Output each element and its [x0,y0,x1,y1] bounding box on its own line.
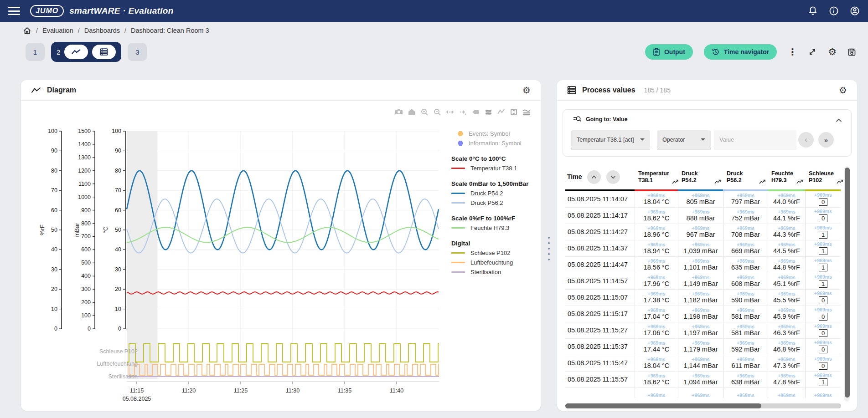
process-values-count: 185 / 185 [644,87,671,94]
value-cell: +969ms [723,388,768,398]
ms-offset-label: +969ms [692,357,710,362]
value-cell: +969ms17.44 °C [635,339,678,355]
table-row[interactable]: 05.08.2025 11:14:57+969ms17.96 °C+969ms1… [565,273,841,290]
trend-icon[interactable] [796,179,803,186]
line-swatch-icon [451,227,465,229]
save-icon[interactable] [847,48,856,56]
diagram-chart-area: 0102030405060708090100%rF010020030040050… [21,101,541,411]
view-toggle-diagram[interactable] [64,45,88,59]
account-icon[interactable] [850,6,860,16]
time-selection-band[interactable] [127,131,158,379]
spikes-icon[interactable] [459,108,467,116]
legend-marker-information[interactable]: Information: Symbol [451,138,541,148]
tab-2[interactable]: 2 [51,42,121,62]
legend-item-schleuse-p102[interactable]: Schleuse P102 [451,248,541,258]
value-cell: +969ms18.62 °C [635,372,678,387]
svg-text:800: 800 [81,220,91,227]
cell-value: 17.96 °C [644,280,670,287]
autoscale-icon[interactable] [446,108,454,116]
dashboard-toolbar: 1 2 3 Output [0,39,868,65]
legend-item-druck-p54-2[interactable]: Druck P54.2 [451,189,541,198]
time-navigator-button[interactable]: Time navigator [704,44,777,60]
view-toggle-table[interactable] [92,45,116,59]
ms-offset-label: +969ms [692,308,710,313]
table-row[interactable]: 05.08.2025 11:15:57+969ms18.62 °C+969ms1… [565,372,841,388]
diagram-settings-icon[interactable]: ⚙ [522,85,531,96]
series-temperatur-t38-1 [127,292,439,294]
info-icon[interactable] [829,6,839,16]
panel-resize-handle[interactable] [547,237,551,260]
table-row[interactable]: 05.08.2025 11:15:27+969ms17.06 °C+969ms1… [565,322,841,339]
value-cell: +969ms18.56 °C [635,257,678,273]
line-mode-icon[interactable] [497,108,505,116]
trend-icon[interactable] [714,179,721,186]
menu-icon[interactable] [8,7,20,15]
breadcrumb-separator: / [78,27,80,34]
legend-item-sterilisation[interactable]: Sterilisation [451,267,541,277]
trend-icon[interactable] [837,179,843,186]
horizontal-scrollbar-thumb[interactable] [565,403,761,408]
table-row[interactable]: 05.08.2025 11:15:17+969ms17.04 °C+969ms1… [565,306,841,322]
ms-offset-label: +969ms [692,291,710,296]
zoom-out-icon[interactable] [433,108,441,116]
table-row[interactable]: 05.08.2025 11:14:07+969ms18.04 °C+969ms8… [565,191,841,208]
table-row[interactable]: 05.08.2025 11:14:17+969ms18.62 °C+969ms8… [565,208,841,224]
table-row[interactable]: 05.08.2025 11:14:47+969ms18.56 °C+969ms1… [565,257,841,273]
tab-1[interactable]: 1 [26,43,45,61]
breadcrumb-item-dashboards[interactable]: Dashboards [84,27,120,34]
value-input[interactable] [714,130,796,149]
horizontal-scrollbar [565,403,841,408]
ms-offset-label: +969ms [737,226,754,231]
tooltip-compare-icon[interactable] [484,108,492,116]
legend-item-druck-p56-2[interactable]: Druck P56.2 [451,198,541,208]
value-cell: +969ms44.0 %rF [768,191,805,207]
more-options-icon[interactable]: ⋮ [788,46,797,57]
table-row[interactable]: 05.08.2025 11:15:47+969ms18.04 °C+969ms1… [565,355,841,372]
range-selector-icon[interactable] [510,108,518,116]
table-row[interactable]: 05.08.2025 11:14:37+969ms18.94 °C+969ms1… [565,240,841,257]
table-row-partial[interactable]: +969ms+969ms+969ms+969ms+969ms [565,388,841,398]
going-to-value-filter: Going to: Value Temperatur T38.1 [act] O… [563,109,852,157]
ms-offset-label: +969ms [814,357,832,362]
sort-ascending-button[interactable] [587,170,601,184]
vertical-scrollbar-thumb[interactable] [845,168,850,398]
ms-offset-label: +969ms [737,308,754,313]
table-row[interactable]: 05.08.2025 11:15:37+969ms17.44 °C+969ms1… [565,339,841,355]
output-button[interactable]: Output [645,44,693,60]
camera-icon[interactable] [395,108,403,116]
cell-value: 608 mBar [731,280,760,287]
legend-item-temperatur-t38-1[interactable]: Temperatur T38.1 [451,163,541,173]
previous-match-button[interactable]: ‹ [798,132,814,148]
ms-offset-label: +969ms [648,275,666,280]
legend-item-luftbefeuchtung[interactable]: Luftbefeuchtung [451,258,541,267]
chevron-down-icon [640,138,645,141]
table-row[interactable]: 05.08.2025 11:15:07+969ms17.38 °C+969ms1… [565,290,841,306]
expand-icon[interactable] [808,47,817,56]
stacked-waves-icon[interactable] [522,108,531,116]
tab-3[interactable]: 3 [128,43,147,61]
operator-select[interactable]: Operator [657,130,711,149]
cell-value: 1,149 mBar [684,280,718,287]
process-values-settings-icon[interactable]: ⚙ [839,85,847,96]
collapse-chevron-icon[interactable] [836,116,842,124]
next-match-button[interactable]: » [818,132,834,148]
breadcrumb-item-evaluation[interactable]: Evaluation [42,27,73,34]
home-icon[interactable] [23,26,31,35]
value-cell: +969ms18.04 °C [635,191,678,207]
home-icon[interactable] [408,108,416,116]
sort-descending-button[interactable] [606,170,620,184]
column-header-time[interactable]: Time [565,166,635,189]
trend-icon[interactable] [759,179,766,186]
legend-item-feuchte-h79-3[interactable]: Feuchte H79.3 [451,223,541,233]
value-cell: +969ms1,101 mBar [678,257,723,273]
zoom-in-icon[interactable] [420,108,429,116]
channel-select[interactable]: Temperatur T38.1 [act] [571,130,650,149]
value-cell: +969ms44.1 %rF [768,208,805,224]
bell-icon[interactable] [808,6,818,16]
legend-marker-events[interactable]: Events: Symbol [451,129,541,138]
ms-offset-label: +969ms [648,291,666,296]
settings-icon[interactable]: ⚙ [828,46,837,57]
table-row[interactable]: 05.08.2025 11:14:27+969ms18.96 °C+969ms9… [565,224,841,240]
tooltip-single-icon[interactable] [471,108,480,116]
ms-offset-label: +969ms [648,324,666,329]
